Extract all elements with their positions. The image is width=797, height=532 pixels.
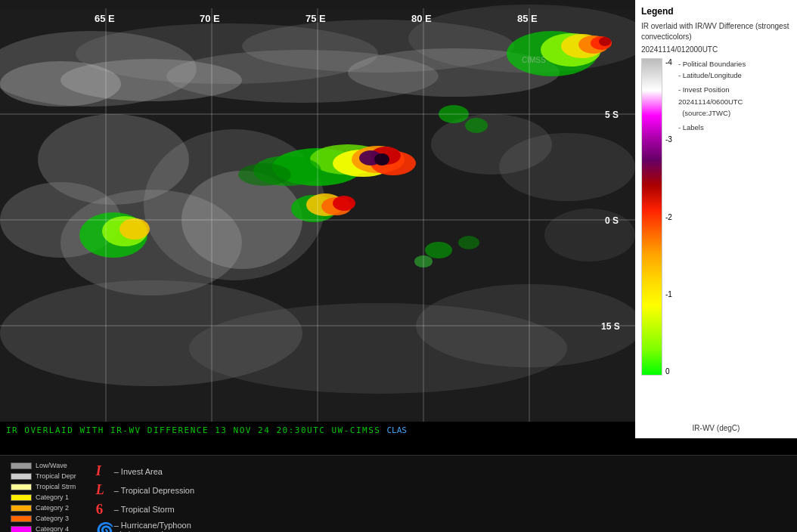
invest-symbol: I (96, 463, 114, 479)
scale-item-tstrm: Tropical Strm (11, 483, 76, 490)
svg-text:5 S: 5 S (605, 110, 619, 120)
svg-point-13 (499, 133, 635, 201)
symbol-legend: I – Invest Area L – Tropical Depression … (96, 460, 194, 532)
scale-item-cat3: Category 3 (11, 515, 76, 522)
intensity-scale: Low/Wave Tropical Depr Tropical Strm Cat… (11, 462, 76, 532)
tick-1: -3 (665, 135, 672, 144)
svg-point-36 (119, 218, 150, 240)
tick-top: -4 (665, 58, 672, 66)
top-section: 65 E 70 E 75 E 80 E 85 E 5 S 0 S 15 S CI… (0, 0, 797, 455)
tdepr-symbol: L (96, 482, 114, 498)
satellite-image: 65 E 70 E 75 E 80 E 85 E 5 S 0 S 15 S CI… (0, 0, 635, 438)
svg-point-14 (544, 209, 635, 261)
tstrm-symbol: 6 (96, 501, 114, 518)
svg-text:65 E: 65 E (95, 13, 115, 24)
image-footer-text: IR OVERLAID WITH IR-WV DIFFERENCE 13 NOV… (6, 425, 380, 435)
scale-label-cat2: Category 2 (36, 504, 69, 512)
svg-point-47 (458, 236, 479, 249)
svg-point-44 (465, 118, 488, 133)
svg-point-45 (425, 242, 452, 258)
scale-label-tstrm: Tropical Strm (36, 483, 76, 490)
legend-title: Legend (641, 6, 791, 17)
scale-item-cat1: Category 1 (11, 493, 76, 501)
symbol-row-tdepr: L – Tropical Depression (96, 482, 194, 498)
svg-text:CIMSS: CIMSS (522, 56, 546, 64)
tdepr-label: – Tropical Depression (114, 486, 194, 495)
scale-label-cat4: Category 4 (36, 525, 69, 532)
svg-text:85 E: 85 E (517, 13, 538, 24)
main-container: 65 E 70 E 75 E 80 E 85 E 5 S 0 S 15 S CI… (0, 0, 797, 532)
image-footer: IR OVERLAID WITH IR-WV DIFFERENCE 13 NOV… (0, 422, 635, 438)
colorbar-axis-label: IR-WV (degC) (641, 424, 791, 432)
scale-label-cat3: Category 3 (36, 515, 69, 522)
scale-item-tdepr: Tropical Depr (11, 472, 76, 480)
scale-item-cat4: Category 4 (11, 525, 76, 532)
tick-bottom: 0 (665, 367, 672, 376)
legend-date: 20241114/012000UTC (641, 45, 791, 54)
legend-item-latlon: - Latitude/Longitude (678, 70, 791, 81)
legend-item-labels: - Labels (678, 122, 791, 133)
svg-text:70 E: 70 E (200, 13, 220, 24)
tick-2: -2 (665, 213, 672, 221)
svg-text:80 E: 80 E (411, 13, 432, 24)
legend-items: - Political Boundaries - Latitude/Longit… (678, 58, 791, 133)
tstrm-label: – Tropical Storm (114, 505, 175, 514)
scale-label-cat1: Category 1 (36, 493, 69, 501)
bottom-bar: Low/Wave Tropical Depr Tropical Strm Cat… (0, 455, 797, 532)
svg-point-29 (238, 163, 291, 186)
symbol-row-hurricane: 🌀 – Hurricane/Typhoon (w/category) (96, 521, 194, 532)
colorbar (641, 58, 662, 376)
legend-description: IR overlaid with IR/WV Difference (stron… (641, 21, 791, 42)
hurricane-label: – Hurricane/Typhoon (w/category) (114, 521, 191, 532)
hurricane-symbol: 🌀 (96, 521, 114, 533)
svg-point-42 (599, 37, 611, 46)
symbol-row-invest: I – Invest Area (96, 463, 194, 479)
scale-item-lowwave: Low/Wave (11, 462, 76, 469)
legend-item-invest: - Invest Position 20241114/0600UTC (sour… (678, 84, 791, 119)
right-panel: Legend IR overlaid with IR/WV Difference… (635, 0, 797, 438)
svg-text:0 S: 0 S (605, 215, 619, 226)
scale-label-tdepr: Tropical Depr (36, 472, 76, 480)
svg-point-27 (374, 153, 389, 165)
svg-text:75 E: 75 E (305, 13, 326, 24)
invest-label: – Invest Area (114, 467, 163, 476)
scale-label-lowwave: Low/Wave (36, 462, 67, 469)
tick-3: -1 (665, 290, 672, 298)
symbol-row-tstrm: 6 – Tropical Storm (96, 501, 194, 518)
scale-item-cat2: Category 2 (11, 504, 76, 512)
svg-point-33 (333, 196, 355, 211)
legend-item-boundaries: - Political Boundaries (678, 58, 791, 70)
svg-text:15 S: 15 S (601, 321, 620, 332)
cimss-link[interactable]: CLAS (386, 425, 407, 435)
